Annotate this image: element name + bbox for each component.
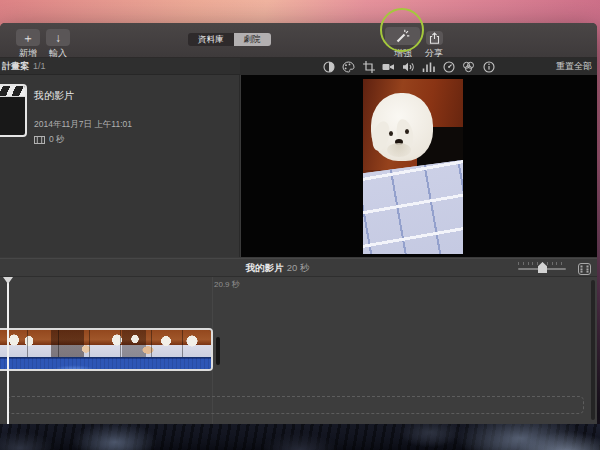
clip-end-handle[interactable] — [216, 337, 220, 365]
clip-audio-waveform — [0, 357, 211, 369]
info-icon[interactable] — [482, 60, 495, 73]
playhead-line[interactable] — [7, 277, 9, 424]
volume-icon[interactable] — [402, 60, 415, 73]
main-toolbar: ＋ 新增 ↓ 輸入 資料庫 劇院 增強 — [0, 23, 597, 58]
timeline-title: 我的影片20 秒 — [0, 259, 597, 277]
enhance-button[interactable] — [385, 27, 420, 45]
share-icon — [429, 32, 440, 44]
ruler-time-label: 20.9 秒 — [214, 279, 240, 290]
reset-all-button[interactable]: 重置全部 — [556, 58, 592, 75]
screen: ＋ 新增 ↓ 輸入 資料庫 劇院 增強 — [0, 0, 600, 450]
video-blanket — [363, 160, 463, 254]
speed-icon[interactable] — [442, 60, 455, 73]
equalizer-icon[interactable] — [422, 60, 435, 73]
download-arrow-icon: ↓ — [55, 32, 61, 44]
projects-header: 計畫案1/1 — [0, 58, 240, 75]
magic-wand-icon — [395, 29, 411, 43]
clip-filmstrip — [0, 330, 211, 357]
viewer-panel — [241, 75, 597, 257]
timeline-duration-text: 20 秒 — [287, 262, 310, 273]
import-button[interactable]: ↓ — [46, 29, 70, 46]
desktop-wallpaper-rocks — [0, 424, 600, 450]
timeline-clip[interactable] — [0, 328, 213, 371]
puppy-eye — [405, 129, 409, 134]
blanket-grid-pattern — [363, 160, 463, 254]
view-switcher: 資料庫 劇院 — [188, 33, 271, 46]
playhead-marker[interactable] — [3, 277, 13, 284]
timeline[interactable]: 20.9 秒 — [0, 277, 597, 424]
projects-browser: 我的影片 2014年11月7日 上午11:01 0 秒 — [0, 75, 240, 257]
projects-header-label: 計畫案 — [2, 61, 29, 71]
crop-icon[interactable] — [362, 60, 375, 73]
color-balance-icon[interactable] — [322, 60, 335, 73]
project-duration-text: 0 秒 — [49, 134, 65, 146]
timeline-header: 我的影片20 秒 — [0, 258, 597, 277]
effects-icon[interactable] — [462, 60, 475, 73]
filmstrip-icon — [34, 136, 45, 144]
clip-appearance-button[interactable] — [577, 262, 591, 275]
puppy-muzzle — [387, 143, 411, 157]
timeline-title-text: 我的影片 — [246, 262, 284, 273]
project-date: 2014年11月7日 上午11:01 — [34, 119, 132, 131]
adjustments-toolbar: 重置全部 — [240, 58, 597, 75]
tab-library[interactable]: 資料庫 — [188, 33, 234, 46]
color-correction-icon[interactable] — [342, 60, 355, 73]
share-button[interactable] — [426, 31, 443, 45]
projects-count: 1/1 — [33, 61, 46, 71]
plus-icon: ＋ — [22, 32, 34, 44]
clapperboard-stripes — [0, 86, 25, 97]
project-title: 我的影片 — [34, 89, 74, 103]
stabilization-camera-icon[interactable] — [382, 60, 395, 73]
timeline-scrollbar[interactable] — [591, 280, 595, 420]
puppy-eye — [389, 131, 393, 136]
timeline-drop-zone — [7, 396, 584, 414]
new-project-button[interactable]: ＋ — [16, 29, 40, 46]
secondary-bar: 計畫案1/1 — [0, 58, 597, 75]
project-list-item[interactable]: 我的影片 2014年11月7日 上午11:01 0 秒 — [0, 75, 239, 155]
imovie-window: ＋ 新增 ↓ 輸入 資料庫 劇院 增強 — [0, 23, 597, 424]
tab-theater[interactable]: 劇院 — [234, 33, 271, 46]
project-duration: 0 秒 — [34, 134, 65, 146]
video-preview — [363, 79, 463, 254]
project-thumbnail-clapperboard — [0, 84, 27, 137]
